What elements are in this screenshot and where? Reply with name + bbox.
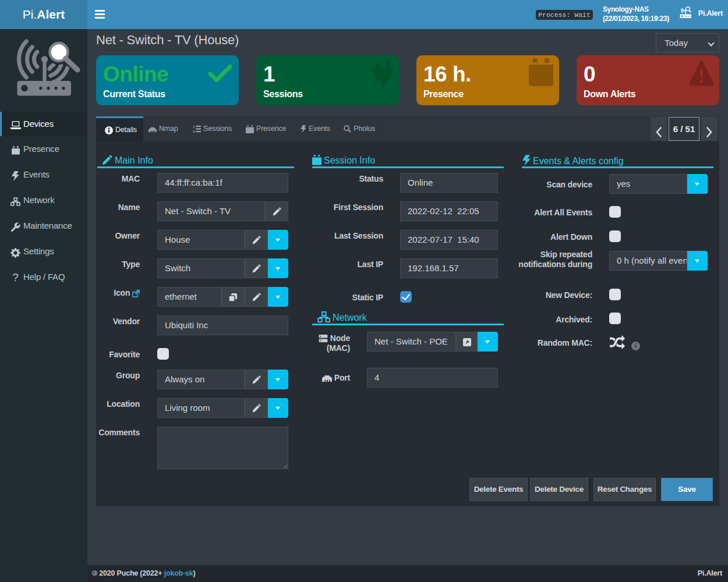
svg-text:2: 2 <box>193 129 195 133</box>
svg-text:1: 1 <box>193 125 195 129</box>
